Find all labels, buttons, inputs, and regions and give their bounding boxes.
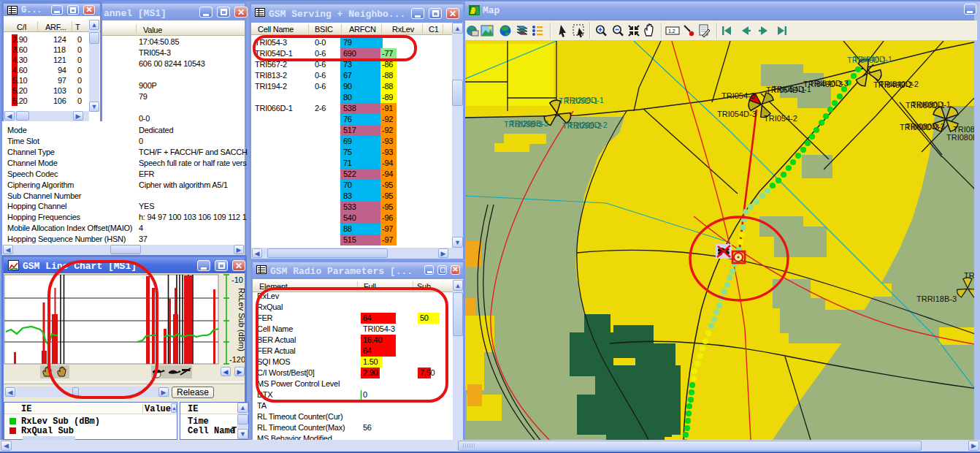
svg-text:TRI054-2: TRI054-2 [764, 114, 797, 123]
svg-text:1.2: 1.2 [668, 28, 675, 34]
svg-text:TR: TR [964, 271, 974, 280]
svg-text:TRI054D-3: TRI054D-3 [717, 110, 757, 118]
svg-text:TRI054-3: TRI054-3 [721, 91, 755, 100]
svg-text:TRI080D: TRI080D [946, 133, 974, 142]
svg-text:TRI840D-2: TRI840D-2 [879, 80, 919, 88]
svg-text:TRI080D-3: TRI080D-3 [906, 122, 945, 131]
svg-text:TRRI18B-3: TRRI18B-3 [916, 294, 957, 303]
svg-text:TRI840D-3: TRI840D-3 [809, 79, 849, 88]
svg-text:TRI840D-1: TRI840D-1 [853, 55, 892, 64]
svg-text:TRI080D-1: TRI080D-1 [911, 100, 951, 109]
svg-text:TRI209D-1: TRI209D-1 [564, 96, 604, 104]
svg-text:TRI209B-3: TRI209B-3 [510, 119, 548, 128]
svg-text:-120: -120 [229, 355, 245, 364]
svg-text:RxLev Sub (dBm): RxLev Sub (dBm) [237, 288, 245, 351]
svg-text:TRI209D-2: TRI209D-2 [568, 121, 608, 129]
svg-text:-10: -10 [231, 275, 243, 284]
